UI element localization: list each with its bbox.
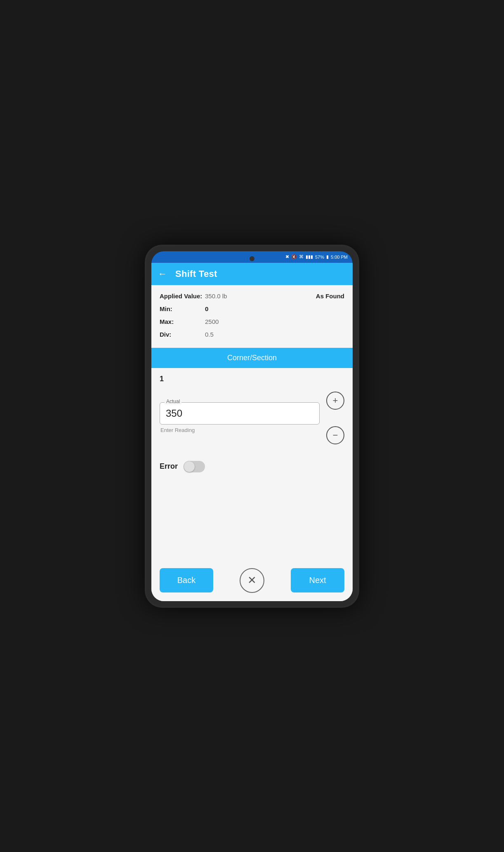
info-section: Applied Value: 350.0 lb As Found Min: 0 … — [151, 285, 353, 348]
section-header-text: Corner/Section — [227, 354, 277, 362]
main-content: Applied Value: 350.0 lb As Found Min: 0 … — [151, 285, 353, 601]
cancel-button[interactable]: ✕ — [240, 568, 264, 593]
as-found-label: As Found — [316, 293, 344, 300]
input-row: Actual Enter Reading + − — [160, 392, 344, 444]
error-label: Error — [160, 462, 178, 471]
minus-icon: − — [333, 430, 338, 441]
x-icon: ✕ — [247, 574, 257, 587]
battery-text: 57% — [315, 255, 324, 260]
actual-input-wrapper: Actual Enter Reading — [160, 402, 320, 433]
stepper-col: + − — [326, 392, 344, 444]
status-icons: ✖ 🔇 ⌘ ▮▮▮ 57% ▮ 5:00 PM — [285, 254, 348, 260]
min-label: Min: — [160, 305, 205, 312]
error-row: Error — [160, 457, 344, 477]
min-row: Min: 0 — [160, 305, 344, 312]
device-frame: ✖ 🔇 ⌘ ▮▮▮ 57% ▮ 5:00 PM ← Shift Test App… — [145, 245, 359, 608]
applied-value-label: Applied Value: — [160, 293, 205, 300]
decrement-button[interactable]: − — [326, 426, 344, 444]
actual-input[interactable] — [160, 402, 320, 425]
actual-label: Actual — [165, 399, 181, 404]
div-value: 0.5 — [205, 331, 214, 338]
div-row: Div: 0.5 — [160, 331, 344, 338]
signal-icon: ▮▮▮ — [306, 254, 313, 260]
toggle-knob — [184, 461, 195, 472]
wifi-icon: ⌘ — [299, 254, 304, 260]
form-area: 1 Actual Enter Reading + − — [151, 368, 353, 562]
back-arrow-icon[interactable]: ← — [158, 269, 167, 279]
header-title: Shift Test — [175, 269, 217, 279]
min-value: 0 — [205, 305, 208, 312]
div-label: Div: — [160, 331, 205, 338]
bottom-bar: Back ✕ Next — [151, 562, 353, 601]
increment-button[interactable]: + — [326, 392, 344, 410]
front-camera — [250, 256, 254, 261]
section-header: Corner/Section — [151, 348, 353, 368]
applied-value-row: Applied Value: 350.0 lb As Found — [160, 293, 344, 300]
max-label: Max: — [160, 318, 205, 325]
error-toggle[interactable] — [184, 461, 205, 472]
time-text: 5:00 PM — [331, 255, 348, 260]
mute-icon: 🔇 — [291, 254, 297, 260]
battery-icon: ▮ — [326, 254, 329, 260]
app-header: ← Shift Test — [151, 263, 353, 285]
applied-value: 350.0 lb — [205, 293, 227, 300]
next-button[interactable]: Next — [291, 568, 344, 592]
enter-reading-hint: Enter Reading — [160, 427, 320, 433]
max-row: Max: 2500 — [160, 318, 344, 325]
back-button[interactable]: Back — [160, 568, 213, 592]
plus-icon: + — [333, 395, 338, 406]
corner-number: 1 — [160, 375, 344, 383]
max-value: 2500 — [205, 318, 219, 325]
device-inner: ✖ 🔇 ⌘ ▮▮▮ 57% ▮ 5:00 PM ← Shift Test App… — [151, 251, 353, 601]
bluetooth-icon: ✖ — [285, 254, 289, 260]
